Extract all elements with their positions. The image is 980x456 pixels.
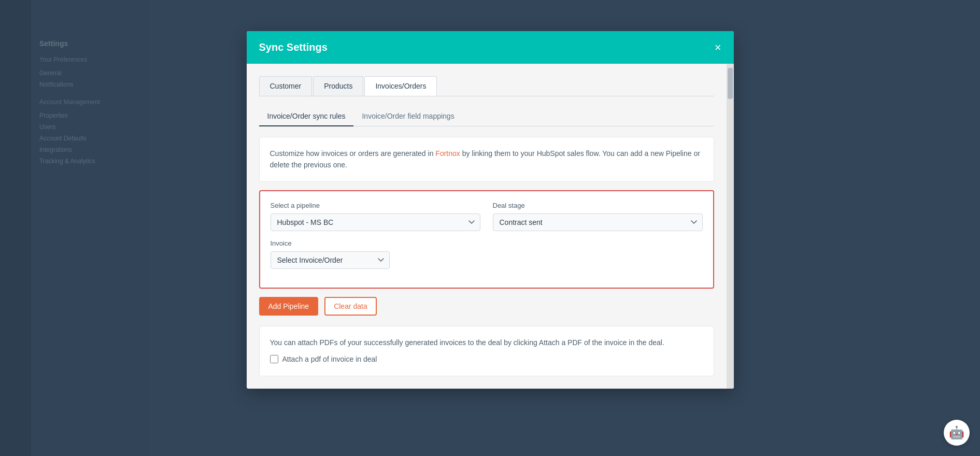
- pipeline-select-label: Select a pipeline: [271, 202, 480, 209]
- clear-data-button[interactable]: Clear data: [324, 297, 377, 316]
- modal-scrollbar[interactable]: [727, 64, 734, 389]
- pdf-checkbox-row: Attach a pdf of invoice in deal: [270, 353, 703, 365]
- pdf-info-box: You can attach PDFs of your successfully…: [259, 326, 714, 376]
- deal-stage-label: Deal stage: [493, 202, 703, 209]
- modal-title: Sync Settings: [259, 41, 328, 53]
- add-pipeline-button[interactable]: Add Pipeline: [259, 297, 319, 316]
- pdf-checkbox[interactable]: [270, 355, 278, 363]
- invoice-label: Invoice: [271, 239, 390, 247]
- pdf-checkbox-label: Attach a pdf of invoice in deal: [282, 353, 377, 365]
- modal-body: Customer Products Invoices/Orders Invoic…: [247, 64, 734, 389]
- pipeline-row: Select a pipeline Hubspot - MS BC Deal s…: [271, 202, 703, 231]
- info-text-highlight: Fortnox: [435, 149, 460, 158]
- sub-tabs: Invoice/Order sync rules Invoice/Order f…: [259, 107, 714, 126]
- invoice-group: Invoice Select Invoice/Order: [271, 239, 390, 269]
- subtab-field-mappings[interactable]: Invoice/Order field mappings: [353, 107, 462, 126]
- invoice-select[interactable]: Select Invoice/Order: [271, 251, 390, 269]
- pipeline-config-box: Select a pipeline Hubspot - MS BC Deal s…: [259, 190, 714, 289]
- pipeline-select-group: Select a pipeline Hubspot - MS BC: [271, 202, 480, 231]
- modal-backdrop: Sync Settings × Customer Products Invoic…: [0, 0, 980, 456]
- modal-content-area: Customer Products Invoices/Orders Invoic…: [247, 64, 727, 389]
- pipeline-select[interactable]: Hubspot - MS BC: [271, 213, 480, 231]
- chatbot-icon: 🤖: [949, 425, 964, 440]
- tab-invoices[interactable]: Invoices/Orders: [364, 76, 437, 96]
- action-buttons-row: Add Pipeline Clear data: [259, 297, 714, 316]
- tab-products[interactable]: Products: [313, 76, 363, 96]
- deal-stage-select[interactable]: Contract sent: [493, 213, 703, 231]
- pdf-text: You can attach PDFs of your successfully…: [270, 337, 703, 348]
- modal-header: Sync Settings ×: [247, 31, 734, 64]
- info-text-box: Customize how invoices or orders are gen…: [259, 137, 714, 182]
- modal-close-button[interactable]: ×: [715, 42, 721, 53]
- chatbot-button[interactable]: 🤖: [944, 420, 970, 446]
- invoice-row: Invoice Select Invoice/Order: [271, 239, 703, 269]
- tab-customer[interactable]: Customer: [259, 76, 313, 96]
- sync-settings-modal: Sync Settings × Customer Products Invoic…: [247, 31, 734, 389]
- subtab-sync-rules[interactable]: Invoice/Order sync rules: [259, 107, 354, 126]
- scrollbar-thumb: [728, 68, 733, 99]
- main-tabs: Customer Products Invoices/Orders: [259, 76, 714, 96]
- info-text-part1: Customize how invoices or orders are gen…: [270, 149, 436, 158]
- deal-stage-group: Deal stage Contract sent: [493, 202, 703, 231]
